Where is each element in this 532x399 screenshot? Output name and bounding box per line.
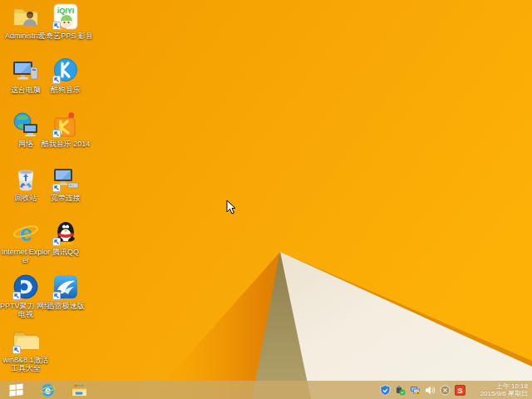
- windows-start-icon: [9, 383, 23, 397]
- desktop-item-kuwo-music[interactable]: 酷我音乐 2014: [38, 111, 93, 165]
- taskbar-file-explorer-button[interactable]: [63, 381, 95, 399]
- recycle-bin-icon: [12, 165, 39, 192]
- folder-explorer-icon: [71, 383, 87, 397]
- shortcut-arrow-icon: [52, 238, 61, 246]
- shortcut-arrow-icon: [52, 130, 61, 138]
- desktop-item-label: win8&8.1激活工具大全: [0, 356, 52, 372]
- usb-safely-remove-icon[interactable]: [395, 385, 406, 396]
- desktop-item-label: 爱奇艺PPS 影音: [38, 32, 93, 40]
- taskbar-internet-explorer-button[interactable]: e: [32, 381, 63, 399]
- desktop-item-label: 迅雷极速版: [47, 302, 85, 310]
- shortcut-arrow-icon: [52, 76, 61, 84]
- desktop-item-label: 腾讯QQ: [52, 248, 79, 256]
- svg-text:iQIYI: iQIYI: [57, 7, 75, 15]
- sogou-input-icon[interactable]: S: [455, 385, 466, 396]
- desktop-item-label: 酷我音乐 2014: [42, 140, 91, 148]
- desktop-item-label: 宽带连接: [51, 194, 81, 202]
- desktop-item-label: 网络: [18, 140, 33, 148]
- system-tray: S: [380, 381, 466, 399]
- shortcut-arrow-icon: [52, 292, 61, 300]
- desktop-item-kugou-music[interactable]: 酷狗音乐: [38, 57, 93, 111]
- volume-icon[interactable]: [425, 385, 436, 396]
- ie-taskbar-icon: e: [41, 383, 55, 397]
- this-pc-icon: [12, 57, 39, 84]
- shortcut-arrow-icon: [12, 346, 21, 354]
- clock-date: 2015/9/6 星期日: [480, 390, 528, 398]
- shortcut-arrow-icon: [12, 292, 21, 300]
- disconnected-circle-icon[interactable]: [440, 385, 451, 396]
- taskbar-clock[interactable]: 上午 10:18 2015/9/6 星期日: [480, 381, 530, 399]
- shortcut-arrow-icon: [52, 184, 61, 192]
- desktop-item-label: 这台电脑: [11, 86, 41, 94]
- security-shield-icon[interactable]: [380, 385, 391, 396]
- desktop-item-win8-activation-tools[interactable]: win8&8.1激活工具大全: [0, 328, 52, 382]
- windows-desktop: { "desktop": { "column1": [ { "label": "…: [0, 0, 532, 399]
- desktop-item-label: 酷狗音乐: [51, 86, 81, 94]
- desktop-item-iqiyi-pps[interactable]: iQIYI 爱奇艺PPS 影音: [38, 3, 93, 57]
- desktop-item-tencent-qq[interactable]: 腾讯QQ: [38, 219, 93, 273]
- desktop-item-xunlei[interactable]: 迅雷极速版: [38, 273, 93, 328]
- network-icon: [12, 111, 39, 138]
- internet-explorer-icon: e: [12, 219, 39, 246]
- taskbar: e S: [0, 381, 532, 399]
- desktop-icon-column-2: iQIYI 爱奇艺PPS 影音 酷狗音乐 酷我音乐 2014: [38, 3, 93, 328]
- user-folder-icon: [12, 3, 39, 30]
- clock-time: 上午 10:18: [496, 382, 528, 391]
- shortcut-arrow-icon: [52, 22, 61, 30]
- svg-text:S: S: [457, 386, 462, 395]
- desktop-item-broadband-connection[interactable]: 宽带连接: [38, 165, 93, 219]
- display-device-icon[interactable]: [410, 385, 421, 396]
- desktop-item-label: 回收站: [15, 194, 37, 202]
- start-button[interactable]: [0, 381, 32, 399]
